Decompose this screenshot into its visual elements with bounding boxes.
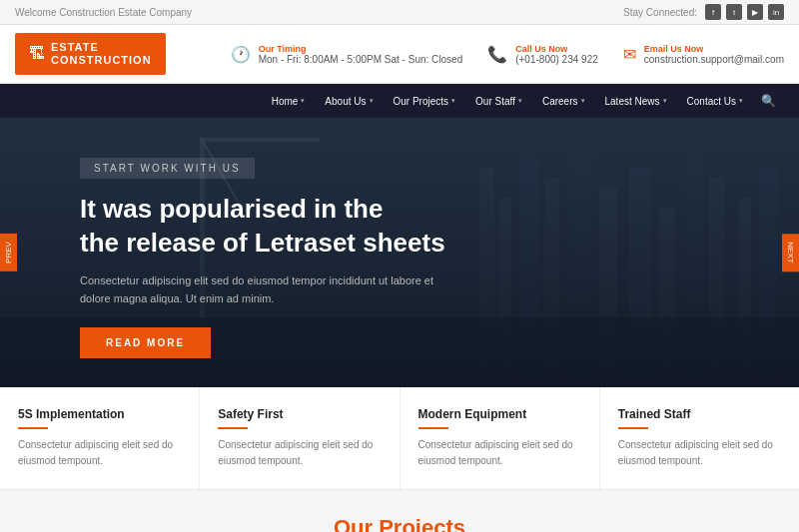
social-icons: f t ▶ in [705,4,784,20]
features-section: 5S Implementation Consectetur adipiscing… [0,387,799,490]
feature-safety-title: Safety First [218,407,381,421]
contact-email-text: Email Us Now construction.support@mail.c… [644,44,784,65]
hero-subtitle: START WORK WITH US [80,158,255,179]
logo-text: Estate Construction [51,41,152,67]
facebook-icon[interactable]: f [705,4,721,20]
projects-section: Our Projects [0,490,799,532]
top-bar: Welcome Construction Estate Company Stay… [0,0,799,25]
nav-projects[interactable]: Our Projects ▾ [384,86,466,117]
contact-timing: 🕐 Our Timing Mon - Fri: 8:00AM - 5:00PM … [231,44,463,65]
phone-icon: 📞 [487,45,507,64]
read-more-button[interactable]: READ MORE [80,327,211,358]
company-tagline: Welcome Construction Estate Company [15,7,192,18]
contact-phone: 📞 Call Us Now (+01-800) 234 922 [487,44,598,65]
feature-equipment-desc: Consectetur adipiscing eleit sed do eius… [418,437,581,469]
hero-next-tab[interactable]: NEXT [782,235,799,271]
nav-contact[interactable]: Contact Us ▾ [677,86,753,117]
feature-equipment: Modern Equipment Consectetur adipiscing … [400,387,600,489]
feature-5s-title: 5S Implementation [18,407,181,421]
nav-about[interactable]: About Us ▾ [315,86,383,117]
nav-bar: Home ▾ About Us ▾ Our Projects ▾ Our Sta… [0,84,799,118]
logo[interactable]: 🏗 Estate Construction [15,33,166,75]
hero-description: Consectetur adipiscing elit sed do eiusm… [80,272,459,307]
feature-staff-title: Trained Staff [618,407,781,421]
email-icon: ✉ [623,45,636,64]
feature-5s-underline [18,427,48,429]
linkedin-icon[interactable]: in [768,4,784,20]
search-icon[interactable]: 🔍 [753,84,784,118]
feature-staff-underline [618,427,648,429]
feature-5s: 5S Implementation Consectetur adipiscing… [0,387,200,489]
feature-staff: Trained Staff Consectetur adipiscing ele… [600,387,799,489]
nav-news[interactable]: Latest News ▾ [595,86,677,117]
stay-connected-label: Stay Connected: [623,7,697,18]
clock-icon: 🕐 [231,45,251,64]
nav-careers[interactable]: Careers ▾ [532,86,595,117]
hero-prev-tab[interactable]: PREV [0,234,17,271]
contact-bar: 🏗 Estate Construction 🕐 Our Timing Mon -… [0,25,799,84]
feature-safety: Safety First Consectetur adipiscing elei… [200,387,400,489]
feature-5s-desc: Consectetur adipiscing eleit sed do eius… [18,437,181,469]
hero-title: It was popularised in the the release of… [80,193,459,261]
logo-icon: 🏗 [29,45,45,63]
feature-safety-desc: Consectetur adipiscing eleit sed do eius… [218,437,381,469]
contact-items: 🕐 Our Timing Mon - Fri: 8:00AM - 5:00PM … [231,44,784,65]
contact-phone-text: Call Us Now (+01-800) 234 922 [515,44,598,65]
nav-staff[interactable]: Our Staff ▾ [465,86,532,117]
feature-equipment-title: Modern Equipment [418,407,581,421]
feature-staff-desc: Consectetur adipiscing eleit sed do eius… [618,437,781,469]
top-bar-right: Stay Connected: f t ▶ in [623,4,784,20]
contact-timing-text: Our Timing Mon - Fri: 8:00AM - 5:00PM Sa… [259,44,463,65]
hero-section: PREV NEXT START WORK WITH US It was popu… [0,118,799,387]
contact-email: ✉ Email Us Now construction.support@mail… [623,44,784,65]
nav-items: Home ▾ About Us ▾ Our Projects ▾ Our Sta… [262,84,784,118]
nav-home[interactable]: Home ▾ [262,86,316,117]
feature-safety-underline [218,427,248,429]
hero-content: START WORK WITH US It was popularised in… [80,158,459,358]
feature-equipment-underline [418,427,448,429]
projects-title: Our Projects [15,515,784,532]
twitter-icon[interactable]: t [726,4,742,20]
youtube-icon[interactable]: ▶ [747,4,763,20]
